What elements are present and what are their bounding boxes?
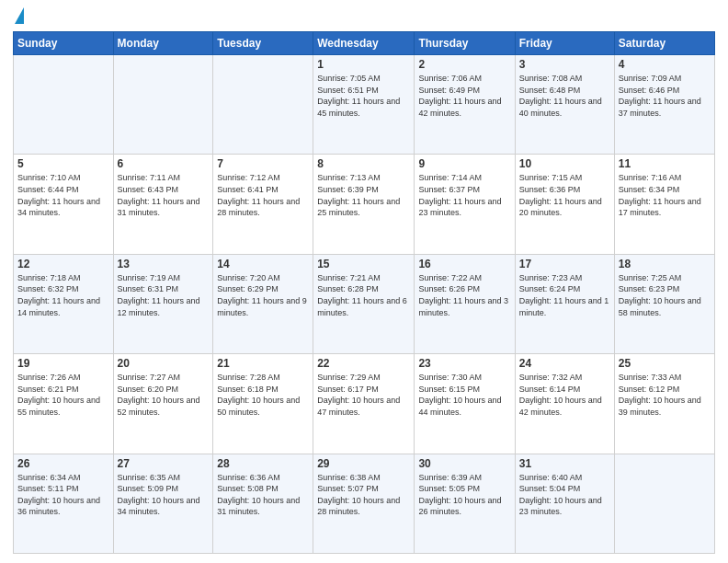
calendar-cell: 23Sunrise: 7:30 AM Sunset: 6:15 PM Dayli… xyxy=(415,354,515,454)
day-number: 26 xyxy=(17,457,109,470)
day-number: 31 xyxy=(519,457,610,470)
day-info: Sunrise: 7:12 AM Sunset: 6:41 PM Dayligh… xyxy=(217,172,309,218)
day-number: 19 xyxy=(17,357,109,370)
day-number: 15 xyxy=(317,258,410,270)
day-number: 28 xyxy=(217,457,309,470)
day-number: 7 xyxy=(217,157,309,170)
day-info: Sunrise: 7:26 AM Sunset: 6:21 PM Dayligh… xyxy=(17,372,109,418)
day-info: Sunrise: 7:22 AM Sunset: 6:26 PM Dayligh… xyxy=(418,272,510,318)
day-number: 12 xyxy=(17,258,109,270)
day-number: 20 xyxy=(118,357,210,370)
calendar-cell: 11Sunrise: 7:16 AM Sunset: 6:34 PM Dayli… xyxy=(614,155,714,254)
col-wednesday: Wednesday xyxy=(313,32,415,55)
day-number: 27 xyxy=(118,457,210,470)
day-number: 1 xyxy=(317,58,410,71)
day-info: Sunrise: 7:13 AM Sunset: 6:39 PM Dayligh… xyxy=(317,172,410,218)
day-number: 17 xyxy=(519,258,610,270)
calendar-cell: 5Sunrise: 7:10 AM Sunset: 6:44 PM Daylig… xyxy=(14,155,114,254)
calendar-cell: 24Sunrise: 7:32 AM Sunset: 6:14 PM Dayli… xyxy=(515,354,614,454)
day-info: Sunrise: 6:34 AM Sunset: 5:11 PM Dayligh… xyxy=(17,472,109,518)
calendar-cell: 16Sunrise: 7:22 AM Sunset: 6:26 PM Dayli… xyxy=(415,254,515,353)
day-info: Sunrise: 7:32 AM Sunset: 6:14 PM Dayligh… xyxy=(519,372,610,418)
calendar-cell: 22Sunrise: 7:29 AM Sunset: 6:17 PM Dayli… xyxy=(313,354,415,454)
day-number: 25 xyxy=(619,357,711,370)
day-info: Sunrise: 7:25 AM Sunset: 6:23 PM Dayligh… xyxy=(619,272,711,318)
calendar-cell: 21Sunrise: 7:28 AM Sunset: 6:18 PM Dayli… xyxy=(213,354,313,454)
calendar-cell: 26Sunrise: 6:34 AM Sunset: 5:11 PM Dayli… xyxy=(14,454,114,553)
col-tuesday: Tuesday xyxy=(213,32,313,55)
day-number: 24 xyxy=(519,357,610,370)
calendar-cell: 3Sunrise: 7:08 AM Sunset: 6:48 PM Daylig… xyxy=(515,55,614,155)
day-info: Sunrise: 7:19 AM Sunset: 6:31 PM Dayligh… xyxy=(118,272,210,318)
calendar-cell: 18Sunrise: 7:25 AM Sunset: 6:23 PM Dayli… xyxy=(614,254,714,353)
calendar-cell: 28Sunrise: 6:36 AM Sunset: 5:08 PM Dayli… xyxy=(213,454,313,553)
day-number: 3 xyxy=(519,58,610,71)
day-info: Sunrise: 7:05 AM Sunset: 6:51 PM Dayligh… xyxy=(317,73,410,119)
calendar-cell: 2Sunrise: 7:06 AM Sunset: 6:49 PM Daylig… xyxy=(415,55,515,155)
col-thursday: Thursday xyxy=(415,32,515,55)
day-number: 14 xyxy=(217,258,309,270)
day-info: Sunrise: 6:36 AM Sunset: 5:08 PM Dayligh… xyxy=(217,472,309,518)
calendar-cell: 20Sunrise: 7:27 AM Sunset: 6:20 PM Dayli… xyxy=(113,354,213,454)
calendar-cell xyxy=(213,55,313,155)
day-info: Sunrise: 7:11 AM Sunset: 6:43 PM Dayligh… xyxy=(118,172,210,218)
calendar-cell: 10Sunrise: 7:15 AM Sunset: 6:36 PM Dayli… xyxy=(515,155,614,254)
calendar-cell: 19Sunrise: 7:26 AM Sunset: 6:21 PM Dayli… xyxy=(14,354,114,454)
calendar-cell: 27Sunrise: 6:35 AM Sunset: 5:09 PM Dayli… xyxy=(113,454,213,553)
day-number: 8 xyxy=(317,157,410,170)
day-number: 2 xyxy=(418,58,510,71)
col-friday: Friday xyxy=(515,32,614,55)
day-info: Sunrise: 7:23 AM Sunset: 6:24 PM Dayligh… xyxy=(519,272,610,318)
week-row-5: 26Sunrise: 6:34 AM Sunset: 5:11 PM Dayli… xyxy=(14,454,715,553)
day-number: 4 xyxy=(619,58,711,71)
col-saturday: Saturday xyxy=(614,32,714,55)
calendar-cell: 31Sunrise: 6:40 AM Sunset: 5:04 PM Dayli… xyxy=(515,454,614,553)
day-number: 23 xyxy=(418,357,510,370)
calendar-cell xyxy=(14,55,114,155)
day-number: 18 xyxy=(619,258,711,270)
day-number: 13 xyxy=(118,258,210,270)
calendar-cell: 25Sunrise: 7:33 AM Sunset: 6:12 PM Dayli… xyxy=(614,354,714,454)
day-number: 5 xyxy=(17,157,109,170)
header xyxy=(13,9,715,24)
calendar-cell: 1Sunrise: 7:05 AM Sunset: 6:51 PM Daylig… xyxy=(313,55,415,155)
calendar-cell: 30Sunrise: 6:39 AM Sunset: 5:05 PM Dayli… xyxy=(415,454,515,553)
day-info: Sunrise: 7:06 AM Sunset: 6:49 PM Dayligh… xyxy=(418,73,510,119)
day-info: Sunrise: 7:28 AM Sunset: 6:18 PM Dayligh… xyxy=(217,372,309,418)
week-row-1: 1Sunrise: 7:05 AM Sunset: 6:51 PM Daylig… xyxy=(14,55,715,155)
calendar-cell: 13Sunrise: 7:19 AM Sunset: 6:31 PM Dayli… xyxy=(113,254,213,353)
col-monday: Monday xyxy=(113,32,213,55)
calendar-cell: 8Sunrise: 7:13 AM Sunset: 6:39 PM Daylig… xyxy=(313,155,415,254)
day-number: 9 xyxy=(418,157,510,170)
day-info: Sunrise: 7:10 AM Sunset: 6:44 PM Dayligh… xyxy=(17,172,109,218)
day-info: Sunrise: 7:15 AM Sunset: 6:36 PM Dayligh… xyxy=(519,172,610,218)
day-info: Sunrise: 7:29 AM Sunset: 6:17 PM Dayligh… xyxy=(317,372,410,418)
day-info: Sunrise: 7:18 AM Sunset: 6:32 PM Dayligh… xyxy=(17,272,109,318)
calendar-cell: 29Sunrise: 6:38 AM Sunset: 5:07 PM Dayli… xyxy=(313,454,415,553)
day-info: Sunrise: 7:21 AM Sunset: 6:28 PM Dayligh… xyxy=(317,272,410,318)
day-number: 10 xyxy=(519,157,610,170)
calendar-cell: 6Sunrise: 7:11 AM Sunset: 6:43 PM Daylig… xyxy=(113,155,213,254)
day-info: Sunrise: 7:27 AM Sunset: 6:20 PM Dayligh… xyxy=(118,372,210,418)
calendar-cell: 12Sunrise: 7:18 AM Sunset: 6:32 PM Dayli… xyxy=(14,254,114,353)
day-info: Sunrise: 6:35 AM Sunset: 5:09 PM Dayligh… xyxy=(118,472,210,518)
day-info: Sunrise: 6:38 AM Sunset: 5:07 PM Dayligh… xyxy=(317,472,410,518)
day-info: Sunrise: 7:33 AM Sunset: 6:12 PM Dayligh… xyxy=(619,372,711,418)
day-info: Sunrise: 7:09 AM Sunset: 6:46 PM Dayligh… xyxy=(619,73,711,119)
day-number: 16 xyxy=(418,258,510,270)
calendar-cell xyxy=(614,454,714,553)
day-info: Sunrise: 7:14 AM Sunset: 6:37 PM Dayligh… xyxy=(418,172,510,218)
week-row-3: 12Sunrise: 7:18 AM Sunset: 6:32 PM Dayli… xyxy=(14,254,715,353)
col-sunday: Sunday xyxy=(14,32,114,55)
day-info: Sunrise: 6:40 AM Sunset: 5:04 PM Dayligh… xyxy=(519,472,610,518)
day-info: Sunrise: 7:16 AM Sunset: 6:34 PM Dayligh… xyxy=(619,172,711,218)
calendar-cell xyxy=(113,55,213,155)
calendar-cell: 14Sunrise: 7:20 AM Sunset: 6:29 PM Dayli… xyxy=(213,254,313,353)
day-number: 6 xyxy=(118,157,210,170)
week-row-2: 5Sunrise: 7:10 AM Sunset: 6:44 PM Daylig… xyxy=(14,155,715,254)
day-number: 22 xyxy=(317,357,410,370)
logo-triangle-icon xyxy=(15,7,24,24)
day-number: 21 xyxy=(217,357,309,370)
calendar-cell: 9Sunrise: 7:14 AM Sunset: 6:37 PM Daylig… xyxy=(415,155,515,254)
calendar-cell: 7Sunrise: 7:12 AM Sunset: 6:41 PM Daylig… xyxy=(213,155,313,254)
